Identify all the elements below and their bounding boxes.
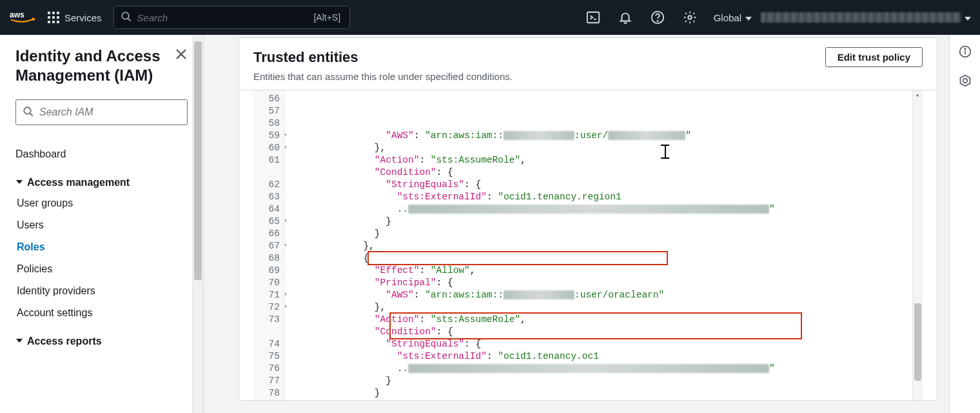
global-search[interactable]: [Alt+S]	[113, 6, 351, 29]
caret-down-icon	[15, 336, 23, 347]
text-caret	[665, 145, 666, 159]
editor-scroll-thumb[interactable]	[914, 303, 921, 381]
redacted-value	[504, 290, 574, 299]
redacted-value	[608, 131, 685, 140]
svg-rect-9	[57, 21, 59, 23]
svg-rect-7	[48, 21, 50, 23]
history-icon[interactable]	[959, 74, 972, 89]
global-search-input[interactable]	[137, 12, 311, 23]
nav-item-roles[interactable]: Roles	[17, 236, 188, 258]
edit-trust-policy-button[interactable]: Edit trust policy	[825, 47, 923, 67]
code-line[interactable]: "Action": "sts:AssumeRole",	[296, 154, 917, 166]
code-line[interactable]: }	[296, 216, 917, 228]
nav-group-access-management[interactable]: Access management	[15, 165, 188, 192]
aws-logo[interactable]: aws	[9, 10, 36, 25]
svg-point-19	[24, 107, 31, 114]
panel-title: Trusted entities	[253, 49, 358, 66]
svg-text:aws: aws	[10, 10, 24, 19]
trust-policy-editor[interactable]: 5657585960616263646566676869707172737475…	[253, 90, 923, 400]
account-menu[interactable]	[761, 12, 971, 23]
info-icon[interactable]	[959, 45, 972, 60]
code-line[interactable]: "Condition": {	[296, 326, 917, 338]
nav-item-users[interactable]: Users	[17, 214, 188, 236]
code-line[interactable]: }	[296, 387, 917, 399]
caret-down-icon	[965, 12, 971, 23]
svg-marker-24	[960, 76, 970, 86]
grid-icon	[48, 12, 59, 23]
sidebar-title: Identity and Access Management (IAM)	[15, 46, 175, 85]
search-shortcut-hint: [Alt+S]	[311, 12, 343, 23]
help-icon[interactable]	[651, 10, 665, 25]
code-line[interactable]: }	[296, 375, 917, 387]
svg-rect-8	[52, 21, 55, 23]
svg-rect-1	[48, 12, 50, 14]
code-line[interactable]: {	[296, 252, 917, 265]
cloudshell-icon[interactable]	[586, 10, 600, 25]
code-line[interactable]: "Effect": "Allow",	[296, 265, 917, 277]
sidebar-scrollbar[interactable]	[192, 35, 203, 413]
account-identity-redacted	[761, 12, 961, 23]
panel-subtitle: Entities that can assume this role under…	[253, 71, 923, 82]
scroll-up-icon[interactable]: ▴	[914, 92, 921, 99]
sidebar-scroll-thumb[interactable]	[194, 41, 202, 280]
code-line[interactable]: }	[296, 399, 917, 400]
svg-rect-6	[57, 16, 59, 19]
svg-rect-5	[52, 16, 55, 19]
code-line[interactable]: "AWS": "arn:aws:iam:::user/oraclearn"	[296, 289, 917, 301]
aws-top-nav: aws Services [Alt+S] Global	[0, 0, 980, 35]
svg-point-25	[963, 79, 967, 83]
svg-rect-4	[48, 16, 50, 19]
nav-dashboard[interactable]: Dashboard	[15, 143, 188, 165]
nav-group-access-reports[interactable]: Access reports	[15, 324, 188, 351]
code-line[interactable]: "Condition": {	[296, 166, 917, 179]
code-line[interactable]: }	[296, 228, 917, 240]
code-line[interactable]: "Action": "sts:AssumeRole",	[296, 314, 917, 326]
nav-item-user-groups[interactable]: User groups	[17, 192, 188, 214]
nav-item-account-settings[interactable]: Account settings	[17, 302, 188, 324]
code-line[interactable]: "sts:ExternalId": "ocid1.tenancy.oc1	[296, 350, 917, 363]
code-line[interactable]: .."	[296, 363, 917, 375]
redacted-value	[408, 364, 769, 373]
close-sidebar-button[interactable]	[175, 46, 188, 62]
search-icon	[121, 11, 132, 25]
code-line[interactable]: "StringEquals": {	[296, 179, 917, 191]
svg-point-16	[688, 15, 692, 19]
code-line[interactable]: .."	[296, 203, 917, 216]
redacted-value	[504, 131, 574, 140]
nav-item-policies[interactable]: Policies	[17, 258, 188, 280]
svg-rect-3	[57, 12, 59, 14]
iam-search[interactable]	[15, 99, 188, 125]
svg-line-11	[128, 18, 131, 21]
svg-point-23	[965, 48, 966, 50]
services-label: Services	[64, 12, 102, 23]
code-line[interactable]: },	[296, 301, 917, 314]
svg-rect-2	[52, 12, 55, 14]
services-menu[interactable]: Services	[48, 12, 102, 23]
trusted-entities-panel: Trusted entities Edit trust policy Entit…	[239, 37, 937, 401]
nav-item-identity-providers[interactable]: Identity providers	[17, 280, 188, 302]
search-icon	[23, 106, 34, 119]
caret-down-icon	[15, 177, 23, 188]
svg-point-15	[657, 21, 658, 21]
region-selector[interactable]: Global	[714, 12, 752, 23]
code-line[interactable]: "sts:ExternalId": "ocid1.tenancy.region1	[296, 191, 917, 203]
notifications-icon[interactable]	[618, 10, 632, 25]
caret-down-icon	[745, 12, 752, 23]
region-label: Global	[714, 12, 741, 23]
iam-search-input[interactable]	[39, 106, 181, 118]
iam-sidebar: Identity and Access Management (IAM) Das…	[0, 35, 204, 413]
code-line[interactable]: "AWS": "arn:aws:iam:::user/"	[296, 130, 917, 142]
nav-group-label: Access management	[27, 177, 130, 188]
svg-point-10	[122, 12, 129, 19]
settings-icon[interactable]	[683, 10, 697, 25]
nav-group-label: Access reports	[27, 336, 102, 347]
svg-line-20	[30, 113, 33, 116]
editor-scrollbar[interactable]: ▴	[912, 90, 923, 400]
code-line[interactable]: "Principal": {	[296, 277, 917, 289]
code-line[interactable]: },	[296, 240, 917, 252]
right-tool-rail	[949, 35, 980, 413]
code-line[interactable]: },	[296, 142, 917, 154]
redacted-value	[408, 205, 769, 214]
code-line[interactable]: "StringEquals": {	[296, 338, 917, 350]
